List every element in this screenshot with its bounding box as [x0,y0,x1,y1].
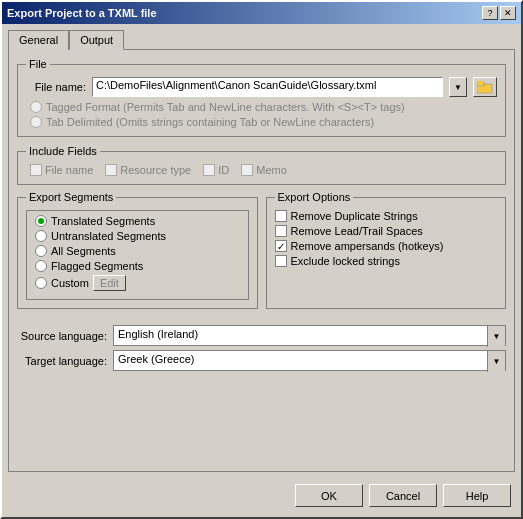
file-name-field-label: File name [45,164,93,176]
remove-duplicates-item: Remove Duplicate Strings [275,210,498,222]
file-group-label: File [26,58,50,70]
browse-folder-btn[interactable] [473,77,497,97]
file-name-label: File name: [26,81,86,93]
custom-segments-item: Custom Edit [35,275,240,291]
export-segments-label: Export Segments [26,191,116,203]
all-segments-item: All Segments [35,245,240,257]
resource-type-field-label: Resource type [120,164,191,176]
export-options-list: Remove Duplicate Strings Remove Lead/Tra… [275,210,498,267]
id-field-label: ID [218,164,229,176]
remove-spaces-checkbox[interactable] [275,225,287,237]
memo-field-label: Memo [256,164,287,176]
export-segments-list: Translated Segments Untranslated Segment… [26,210,249,300]
source-language-label: Source language: [17,330,107,342]
flagged-segments-radio[interactable] [35,260,47,272]
include-fields-label: Include Fields [26,145,100,157]
file-name-field-checkbox[interactable] [30,164,42,176]
tab-delimited-label: Tab Delimited (Omits strings containing … [46,116,374,128]
file-name-row: File name: C:\DemoFiles\Alignment\Canon … [26,77,497,97]
remove-duplicates-checkbox[interactable] [275,210,287,222]
file-name-field-row: File name [30,164,93,176]
memo-field-checkbox[interactable] [241,164,253,176]
translated-segments-radio[interactable] [35,215,47,227]
tagged-format-row: Tagged Format (Permits Tab and NewLine c… [30,101,497,113]
translated-segments-item: Translated Segments [35,215,240,227]
folder-icon [477,80,493,94]
remove-spaces-item: Remove Lead/Trail Spaces [275,225,498,237]
source-language-value: English (Ireland) [114,326,487,345]
tagged-format-label: Tagged Format (Permits Tab and NewLine c… [46,101,405,113]
target-language-combo[interactable]: Greek (Greece) ▼ [113,350,506,371]
tab-delimited-row: Tab Delimited (Omits strings containing … [30,116,497,128]
tab-output[interactable]: Output [69,30,124,50]
flagged-segments-item: Flagged Segments [35,260,240,272]
export-segments-group: Export Segments Translated Segments Untr… [17,197,258,309]
bottom-buttons: OK Cancel Help [8,480,515,511]
target-language-label: Target language: [17,355,107,367]
resource-type-field-row: Resource type [105,164,191,176]
output-tab-panel: File File name: C:\DemoFiles\Alignment\C… [8,49,515,472]
format-radio-group: Tagged Format (Permits Tab and NewLine c… [26,101,497,128]
untranslated-segments-label: Untranslated Segments [51,230,166,242]
translated-segments-label: Translated Segments [51,215,155,227]
export-panels: Export Segments Translated Segments Untr… [17,197,506,309]
source-language-combo[interactable]: English (Ireland) ▼ [113,325,506,346]
export-options-label: Export Options [275,191,354,203]
resource-type-field-checkbox[interactable] [105,164,117,176]
file-dropdown-btn[interactable]: ▼ [449,77,467,97]
remove-ampersands-item: ✓ Remove ampersands (hotkeys) [275,240,498,252]
window-title: Export Project to a TXML file [7,7,157,19]
exclude-locked-label: Exclude locked strings [291,255,400,267]
remove-duplicates-label: Remove Duplicate Strings [291,210,418,222]
language-section: Source language: English (Ireland) ▼ Tar… [17,325,506,371]
title-bar-buttons: ? ✕ [482,6,516,20]
custom-segments-label: Custom [51,277,89,289]
target-language-value: Greek (Greece) [114,351,487,370]
remove-ampersands-label: Remove ampersands (hotkeys) [291,240,444,252]
export-options-group: Export Options Remove Duplicate Strings … [266,197,507,309]
memo-field-row: Memo [241,164,287,176]
tab-bar: General Output [8,30,515,50]
cancel-button[interactable]: Cancel [369,484,437,507]
close-window-btn[interactable]: ✕ [500,6,516,20]
exclude-locked-item: Exclude locked strings [275,255,498,267]
include-fields-row: File name Resource type ID Memo [26,164,497,176]
include-fields-group: Include Fields File name Resource type I… [17,151,506,185]
flagged-segments-label: Flagged Segments [51,260,143,272]
help-window-btn[interactable]: ? [482,6,498,20]
untranslated-segments-item: Untranslated Segments [35,230,240,242]
exclude-locked-checkbox[interactable] [275,255,287,267]
target-language-arrow[interactable]: ▼ [487,351,505,372]
source-language-arrow[interactable]: ▼ [487,326,505,347]
file-group: File File name: C:\DemoFiles\Alignment\C… [17,64,506,137]
id-field-row: ID [203,164,229,176]
custom-segments-radio[interactable] [35,277,47,289]
help-button[interactable]: Help [443,484,511,507]
tagged-format-radio[interactable] [30,101,42,113]
file-name-input[interactable]: C:\DemoFiles\Alignment\Canon ScanGuide\G… [92,77,443,97]
untranslated-segments-radio[interactable] [35,230,47,242]
id-field-checkbox[interactable] [203,164,215,176]
remove-spaces-label: Remove Lead/Trail Spaces [291,225,423,237]
remove-ampersands-checkbox[interactable]: ✓ [275,240,287,252]
svg-rect-2 [478,81,483,83]
main-content: General Output File File name: C:\DemoFi… [2,24,521,517]
main-window: Export Project to a TXML file ? ✕ Genera… [0,0,523,519]
tab-general[interactable]: General [8,30,69,50]
source-language-row: Source language: English (Ireland) ▼ [17,325,506,346]
tab-delimited-radio[interactable] [30,116,42,128]
all-segments-label: All Segments [51,245,116,257]
target-language-row: Target language: Greek (Greece) ▼ [17,350,506,371]
all-segments-radio[interactable] [35,245,47,257]
ok-button[interactable]: OK [295,484,363,507]
title-bar: Export Project to a TXML file ? ✕ [2,2,521,24]
custom-edit-btn[interactable]: Edit [93,275,126,291]
